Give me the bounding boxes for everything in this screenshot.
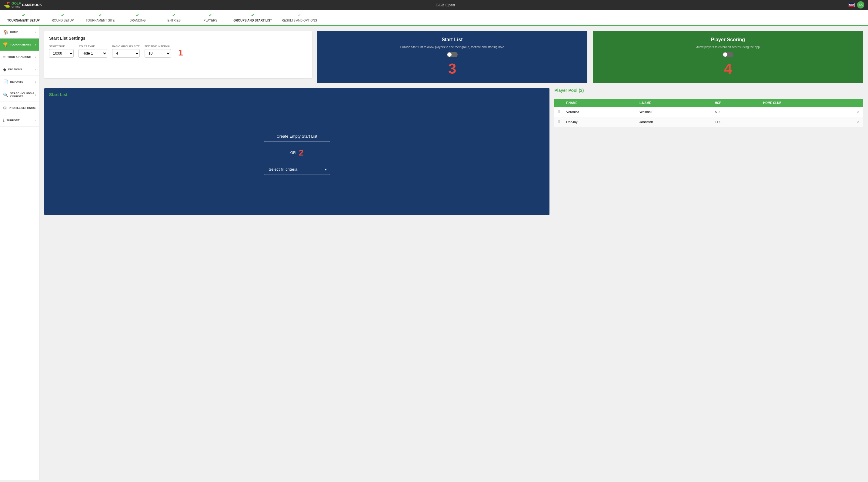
or-divider: OR 2: [230, 148, 364, 158]
logo-golf-text: GOLF: [11, 1, 21, 5]
sidebar-item-support[interactable]: ℹ SUPPORT ›: [0, 114, 39, 127]
sidebar-item-reports-label: REPORTS: [10, 80, 35, 83]
nav-tabs: ✔ TOURNAMENT SETUP ✔ ROUND SETUP ✔ TOURN…: [0, 10, 868, 26]
remove-cell: ×: [854, 107, 863, 117]
language-flag[interactable]: 🇬🇧: [848, 3, 855, 7]
start-time-field: Start time 10:00 09:00 09:30 10:30: [49, 45, 74, 58]
chevron-right-icon-2: ›: [35, 43, 36, 47]
check-icon-tournament-setup: ✔: [22, 13, 26, 18]
tee-time-interval-select[interactable]: 10 8 12 15: [145, 49, 171, 58]
sidebar-item-home-label: HOME: [10, 31, 35, 34]
sidebar-item-tournaments[interactable]: 🏆 TOURNAMENTS ›: [0, 38, 39, 51]
th-fname[interactable]: F.NAME: [563, 99, 637, 107]
th-lname[interactable]: L.NAME: [637, 99, 712, 107]
sidebar-item-search-clubs[interactable]: 🔍 SEARCH CLUBS & COURSES ›: [0, 88, 39, 102]
table-row: ⠿ DeeJay Johnston 11.0 ×: [554, 117, 863, 127]
page-title: GGB Open: [435, 3, 455, 7]
toggle-knob-2: [723, 53, 727, 57]
drag-handle-cell: ⠿: [554, 117, 563, 127]
top-bar-right: 🇬🇧 SK: [848, 1, 864, 8]
chevron-right-icon-4: ›: [35, 68, 36, 71]
tab-players[interactable]: ✔ PLAYERS: [192, 10, 228, 26]
player-pool-table: F.NAME L.NAME HCP HOME CLUB ⠿ Veronica W…: [554, 99, 863, 127]
start-type-select[interactable]: Hole 1 Shotgun Hole 10: [79, 49, 107, 58]
app-layout: 🏠 HOME › 🏆 TOURNAMENTS › ≡ TOUR & RANKIN…: [0, 26, 868, 480]
th-homeclub[interactable]: HOME CLUB: [760, 99, 854, 107]
toggle-knob: [447, 53, 452, 57]
remove-player-button[interactable]: ×: [857, 119, 860, 124]
tab-branding-label: BRANDING: [130, 19, 146, 22]
basic-groups-size-select[interactable]: 4 2 3: [112, 49, 140, 58]
drag-handle-icon[interactable]: ⠿: [557, 120, 560, 124]
player-pool-title: Player Pool (2): [554, 88, 863, 93]
remove-cell: ×: [854, 117, 863, 127]
avatar[interactable]: SK: [857, 1, 864, 8]
sidebar-item-reports[interactable]: 📄 REPORTS ›: [0, 76, 39, 88]
start-list-panel-title: Start List: [49, 92, 545, 97]
tab-round-setup[interactable]: ✔ ROUND SETUP: [44, 10, 81, 26]
chevron-right-icon-6: ›: [35, 93, 36, 97]
sidebar-item-profile-settings[interactable]: ⚙ PROFILE SETTINGS ›: [0, 102, 39, 114]
sidebar-item-search-clubs-label: SEARCH CLUBS & COURSES: [10, 92, 35, 98]
top-row: Start List Settings Start time 10:00 09:…: [44, 31, 863, 83]
th-remove: [854, 99, 863, 107]
chevron-right-icon-7: ›: [35, 107, 36, 110]
sidebar-item-home[interactable]: 🏠 HOME ›: [0, 26, 39, 38]
tour-icon: ≡: [3, 55, 5, 59]
tab-entries[interactable]: ✔ ENTRIES: [156, 10, 192, 26]
player-scoring-card: Player Scoring Allow players to enter/ed…: [593, 31, 863, 83]
info-icon: ℹ: [3, 118, 4, 123]
check-icon-results: ✔: [298, 13, 301, 18]
select-fill-criteria[interactable]: Select fill criteria: [264, 164, 330, 175]
table-row: ⠿ Veronica Weinhall 5.0 ×: [554, 107, 863, 117]
player-scoring-title: Player Scoring: [711, 37, 745, 42]
search-icon: 🔍: [3, 92, 8, 97]
sidebar-item-tour-ranking[interactable]: ≡ TOUR & RANKING ›: [0, 51, 39, 63]
start-list-panel-body: Create Empty Start List OR 2 Select fill…: [44, 98, 550, 207]
publish-start-list-toggle[interactable]: [447, 52, 458, 57]
sidebar-item-tournaments-label: TOURNAMENTS: [10, 43, 35, 46]
tab-groups-start-list[interactable]: ✔ GROUPS AND START LIST: [228, 10, 277, 26]
chevron-right-icon: ›: [35, 31, 36, 34]
player-homeclub: [760, 117, 854, 127]
tab-branding[interactable]: ✔ BRANDING: [119, 10, 156, 26]
create-empty-start-list-button[interactable]: Create Empty Start List: [264, 131, 330, 142]
start-type-label: Start Type: [79, 45, 107, 48]
app-logo: ⛳ GOLF OFFICE GAMEBOOK: [4, 1, 42, 8]
tab-tournament-setup-label: TOURNAMENT SETUP: [7, 19, 40, 22]
drag-handle-icon[interactable]: ⠿: [557, 110, 560, 114]
start-time-select[interactable]: 10:00 09:00 09:30 10:30: [49, 49, 74, 58]
home-icon: 🏠: [3, 30, 8, 35]
tab-tournament-setup[interactable]: ✔ TOURNAMENT SETUP: [2, 10, 44, 26]
player-scoring-toggle[interactable]: [722, 52, 734, 57]
player-scoring-desc: Allow players to enter/edit scores using…: [696, 46, 760, 49]
chevron-right-icon-8: ›: [35, 119, 36, 122]
remove-player-button[interactable]: ×: [857, 110, 860, 114]
basic-groups-size-label: Basic Groups Size: [112, 45, 140, 48]
publish-start-list-title: Start List: [441, 37, 463, 42]
logo-office-text: OFFICE: [11, 5, 21, 8]
trophy-icon: 🏆: [3, 42, 8, 47]
tab-players-label: PLAYERS: [204, 19, 217, 22]
sidebar-item-profile-settings-label: PROFILE SETTINGS: [9, 107, 35, 110]
player-homeclub: [760, 107, 854, 117]
tab-tournament-site-label: TOURNAMENT SITE: [86, 19, 115, 22]
reports-icon: 📄: [3, 80, 8, 84]
chevron-right-icon-3: ›: [35, 56, 36, 59]
tab-tournament-site[interactable]: ✔ TOURNAMENT SITE: [81, 10, 119, 26]
tab-results-options[interactable]: ✔ RESULTS AND OPTIONS: [277, 10, 322, 26]
player-pool-header: Player Pool (2): [554, 88, 863, 99]
gear-icon: ⚙: [3, 106, 7, 110]
sidebar-item-tour-ranking-label: TOUR & RANKING: [7, 56, 35, 59]
tab-groups-start-list-label: GROUPS AND START LIST: [234, 19, 272, 22]
sidebar-item-divisions[interactable]: ◆ DIVISIONS ›: [0, 63, 39, 76]
check-icon-round-setup: ✔: [61, 13, 65, 18]
player-hcp: 5.0: [712, 107, 760, 117]
tab-entries-label: ENTRIES: [167, 19, 181, 22]
th-hcp[interactable]: HCP: [712, 99, 760, 107]
tab-round-setup-label: ROUND SETUP: [52, 19, 74, 22]
top-bar: ⛳ GOLF OFFICE GAMEBOOK GGB Open 🇬🇧 SK: [0, 0, 868, 10]
basic-groups-size-field: Basic Groups Size 4 2 3: [112, 45, 140, 58]
bottom-section: Start List Create Empty Start List OR 2 …: [44, 88, 863, 215]
check-icon-players: ✔: [209, 13, 212, 18]
